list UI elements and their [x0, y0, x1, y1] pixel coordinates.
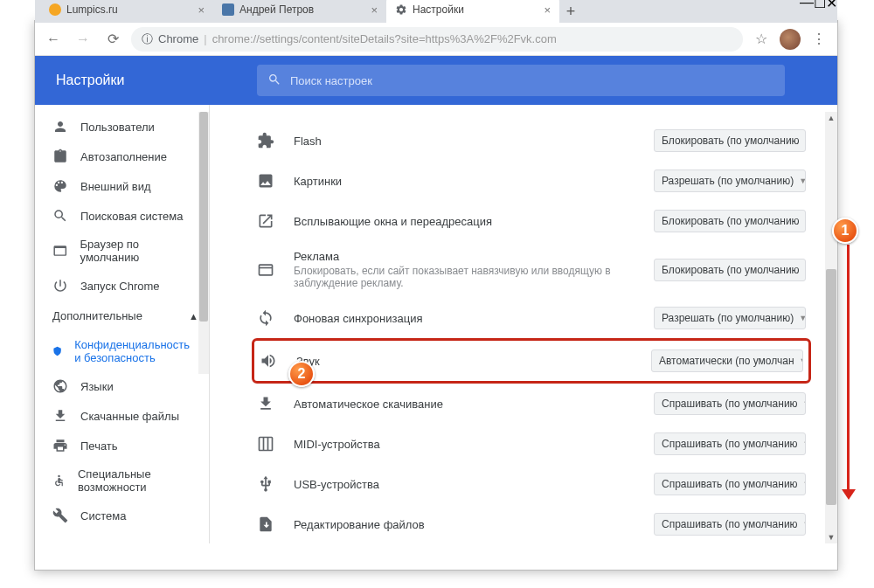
svg-point-0: [58, 475, 59, 477]
sidebar-item-browser[interactable]: Браузер по умолчанию: [35, 231, 209, 271]
midi-icon: [257, 435, 274, 453]
permission-dropdown[interactable]: Спрашивать (по умолчанию▼: [654, 432, 806, 455]
browser-window: Lumpics.ru × Андрей Петров × Настройки ×…: [34, 20, 838, 571]
chevron-down-icon: ▼: [805, 136, 806, 145]
sidebar-item-power[interactable]: Запуск Chrome: [35, 271, 209, 301]
fileedit-icon: [257, 515, 274, 533]
forward-button[interactable]: →: [72, 28, 94, 51]
permission-dropdown[interactable]: Блокировать (по умолчанию▼: [654, 210, 806, 232]
sidebar-item-clipboard[interactable]: Автозаполнение: [35, 142, 209, 171]
dropdown-value: Спрашивать (по умолчанию: [662, 438, 798, 450]
power-icon: [52, 278, 68, 294]
usb-icon: [257, 475, 274, 493]
chevron-down-icon: ▼: [803, 520, 806, 529]
sidebar-item-label: Система: [80, 509, 126, 522]
back-button[interactable]: ←: [42, 28, 65, 51]
sidebar-item-person[interactable]: Пользователи: [35, 112, 209, 142]
tab-lumpics[interactable]: Lumpics.ru ×: [40, 0, 213, 23]
permission-label: РекламаБлокировать, если сайт показывает…: [294, 250, 654, 289]
permission-dropdown[interactable]: Разрешать (по умолчанию)▼: [654, 307, 806, 329]
tab-label: Настройки: [413, 3, 538, 16]
close-tab-icon[interactable]: ×: [371, 3, 378, 17]
settings-title: Настройки: [35, 73, 257, 88]
sidebar-item-search[interactable]: Поисковая система: [35, 201, 209, 231]
permission-label: Редактирование файлов: [294, 518, 654, 531]
browser-icon: [52, 243, 68, 259]
permission-dropdown[interactable]: Разрешать (по умолчанию)▼: [654, 169, 806, 192]
dropdown-value: Спрашивать (по умолчанию: [662, 478, 798, 490]
favicon-vk-icon: [222, 3, 234, 16]
settings-main: FlashБлокировать (по умолчанию▼КартинкиР…: [210, 56, 837, 543]
maximize-button[interactable]: ☐: [814, 0, 826, 14]
sidebar-item-download[interactable]: Скачанные файлы: [35, 401, 209, 431]
sidebar-item-wrench[interactable]: Система: [35, 501, 209, 530]
close-tab-icon[interactable]: ×: [198, 3, 205, 17]
popup-icon: [257, 212, 274, 230]
permission-dropdown[interactable]: Автоматически (по умолчан▼: [651, 349, 803, 372]
permission-dropdown[interactable]: Блокировать (по умолчанию▼: [654, 259, 806, 281]
sidebar-item-label: Внешний вид: [80, 180, 151, 193]
settings-sidebar: ПользователиАвтозаполнениеВнешний видПои…: [35, 56, 210, 543]
chevron-up-icon: ▲: [189, 311, 198, 322]
sidebar-item-printer[interactable]: Печать: [35, 431, 209, 460]
svg-rect-1: [260, 265, 273, 275]
permission-dropdown[interactable]: Спрашивать (по умолчанию▼: [654, 513, 806, 536]
scroll-up-icon[interactable]: ▲: [825, 112, 837, 124]
permission-dropdown[interactable]: Блокировать (по умолчанию▼: [654, 129, 806, 152]
permission-label: USB-устройства: [294, 478, 654, 491]
sidebar-item-label: Конфиденциальность и безопасность: [74, 338, 198, 364]
chevron-down-icon: ▼: [803, 399, 806, 408]
dropdown-value: Блокировать (по умолчанию: [662, 264, 800, 276]
person-icon: [52, 119, 68, 135]
omnibox[interactable]: ⓘ Chrome | chrome://settings/content/sit…: [131, 27, 743, 52]
wrench-icon: [52, 508, 68, 523]
permission-row-ads: РекламаБлокировать, если сайт показывает…: [252, 241, 811, 298]
profile-avatar[interactable]: [780, 29, 801, 50]
ads-icon: [257, 261, 274, 279]
permission-row-fileedit: Редактирование файловСпрашивать (по умол…: [252, 504, 811, 543]
sync-icon: [257, 309, 274, 327]
close-window-button[interactable]: ✕: [826, 0, 837, 14]
permissions-card: FlashБлокировать (по умолчанию▼КартинкиР…: [252, 121, 811, 543]
settings-header: Настройки Поиск настроек: [35, 56, 837, 105]
chevron-down-icon: ▼: [803, 480, 806, 488]
tab-settings[interactable]: Настройки ×: [386, 0, 559, 23]
sidebar-section-advanced[interactable]: Дополнительные ▲: [35, 301, 209, 331]
content-area: Настройки Поиск настроек ПользователиАвт…: [35, 56, 837, 543]
permission-dropdown[interactable]: Спрашивать (по умолчанию▼: [654, 392, 806, 415]
bookmark-star-icon[interactable]: ☆: [750, 28, 773, 51]
sidebar-scrollbar[interactable]: [198, 112, 209, 374]
permission-row-sound: ЗвукАвтоматически (по умолчан▼: [252, 338, 811, 384]
settings-search-input[interactable]: Поиск настроек: [257, 65, 785, 96]
scroll-down-icon[interactable]: ▼: [825, 531, 837, 543]
sidebar-item-palette[interactable]: Внешний вид: [35, 171, 209, 201]
favicon-settings-icon: [395, 3, 407, 16]
dropdown-value: Автоматически (по умолчан: [659, 355, 794, 367]
minimize-button[interactable]: —: [800, 0, 814, 14]
sidebar-item-accessibility[interactable]: Специальные возможности: [35, 460, 209, 501]
menu-icon[interactable]: ⋮: [808, 28, 830, 51]
chevron-down-icon: ▼: [803, 439, 806, 448]
scrollbar-thumb[interactable]: [199, 112, 208, 322]
dropdown-value: Блокировать (по умолчанию: [662, 215, 800, 227]
dropdown-value: Блокировать (по умолчанию: [662, 135, 800, 147]
dropdown-value: Спрашивать (по умолчанию: [662, 398, 798, 410]
printer-icon: [52, 438, 68, 453]
close-tab-icon[interactable]: ×: [544, 3, 551, 17]
dropdown-value: Спрашивать (по умолчанию: [662, 518, 798, 530]
scrollbar-thumb[interactable]: [826, 269, 836, 505]
permission-dropdown[interactable]: Спрашивать (по умолчанию▼: [654, 473, 806, 495]
reload-button[interactable]: ⟳: [101, 28, 124, 51]
chevron-down-icon: ▼: [799, 314, 806, 322]
new-tab-button[interactable]: +: [559, 0, 582, 23]
sidebar-item-globe[interactable]: Языки: [35, 371, 209, 401]
main-scrollbar[interactable]: ▲ ▼: [825, 112, 837, 543]
address-bar: ← → ⟳ ⓘ Chrome | chrome://settings/conte…: [35, 23, 837, 56]
clipboard-icon: [52, 149, 68, 164]
sidebar-item-label: Специальные возможности: [78, 467, 198, 494]
sidebar-item-shield[interactable]: Конфиденциальность и безопасность: [35, 331, 209, 371]
permission-label: Фоновая синхронизация: [294, 312, 654, 325]
info-icon: ⓘ: [142, 31, 153, 47]
puzzle-icon: [257, 132, 274, 149]
tab-vk[interactable]: Андрей Петров ×: [213, 0, 386, 23]
